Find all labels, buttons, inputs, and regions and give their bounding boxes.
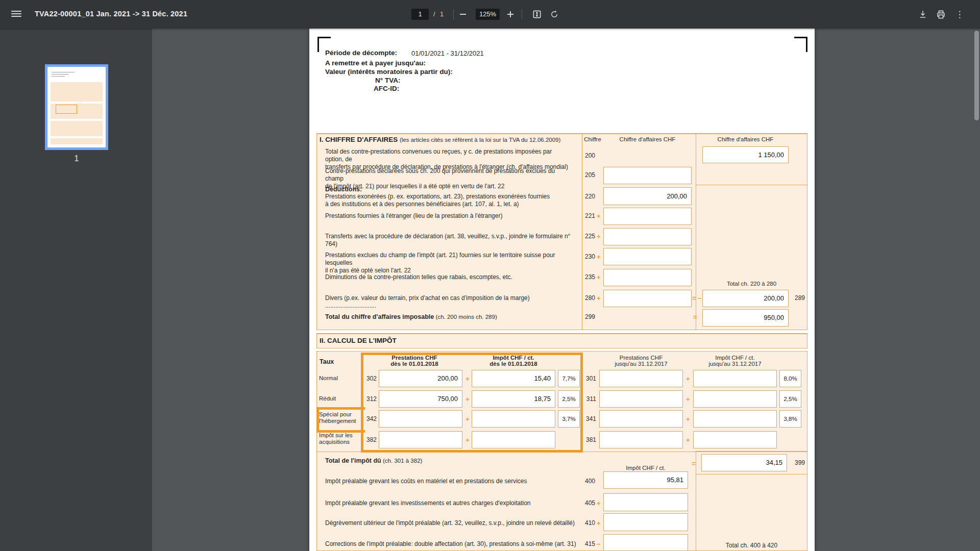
- tva-label: N° TVA:: [375, 77, 400, 84]
- field-382-impot[interactable]: [472, 431, 555, 448]
- print-button[interactable]: [934, 7, 948, 21]
- page-divider: /: [433, 10, 435, 18]
- col-ca: Chiffre d'affaires CHF: [603, 136, 692, 142]
- field-221[interactable]: [603, 208, 692, 225]
- rate-301: 8,0%: [779, 370, 801, 387]
- remettre-label: A remettre et à payer jusqu'au:: [325, 59, 426, 67]
- row-220-line1: Prestations exonérées (p. ex. exportatio…: [325, 193, 550, 200]
- field-200[interactable]: 1 150,00: [702, 146, 789, 163]
- download-icon: [918, 10, 927, 19]
- menu-icon[interactable]: [11, 9, 21, 19]
- row-221-text: Prestations fournies à l'étranger (lieu …: [325, 212, 570, 220]
- thumbnail-page-number: 1: [45, 154, 108, 163]
- special-l2: l'hébergement: [319, 418, 356, 424]
- special-l1: Spécial pour: [319, 411, 352, 417]
- field-381-impot[interactable]: [693, 431, 777, 448]
- zoom-out-button[interactable]: [456, 7, 470, 21]
- field-410[interactable]: [603, 513, 688, 531]
- rate-302: 7,7%: [558, 370, 580, 387]
- field-302-impot[interactable]: 15,40: [472, 370, 555, 387]
- row-230-line2: il n'a pas été opté selon l'art. 22: [325, 267, 411, 274]
- row-205-line1: Contre-prestations déclarées sous ch. 20…: [325, 167, 555, 182]
- deductions-label: Déductions:: [325, 186, 570, 193]
- field-301-impot[interactable]: [693, 370, 777, 387]
- field-205[interactable]: [603, 167, 692, 184]
- acq-l1: Impôt sur les: [319, 432, 353, 438]
- field-342[interactable]: [379, 410, 462, 428]
- row-205-code: 205: [570, 171, 595, 179]
- col-impot-old-l1: Impôt CHF / ct.: [715, 355, 754, 361]
- rotate-button[interactable]: [547, 7, 561, 21]
- field-312[interactable]: 750,00: [379, 390, 462, 408]
- row-221-code: 221: [570, 212, 595, 219]
- field-225[interactable]: [603, 228, 692, 245]
- page-thumbnail[interactable]: [45, 64, 108, 150]
- acq-l2: acquisitions: [319, 439, 350, 445]
- row-220-text: Prestations exonérées (p. ex. exportatio…: [325, 193, 570, 208]
- col-ca-right: Chiffre d'affaires CHF: [702, 136, 789, 142]
- minus-icon: [459, 10, 467, 18]
- row-220-code: 220: [570, 193, 595, 200]
- field-405[interactable]: [603, 493, 688, 511]
- equals-sign: =: [692, 294, 696, 302]
- scrollbar-thumb[interactable]: [974, 31, 979, 120]
- row-225-plus: +: [597, 233, 604, 240]
- valeur-label: Valeur (intérêts moratoires à partir du)…: [325, 68, 453, 76]
- row-299-text: Total du chiffre d'affaires imposable (c…: [325, 313, 591, 321]
- row-415-minus: −: [597, 540, 604, 548]
- pdf-page: Période de décompte: 01/01/2021 - 31/12/…: [309, 29, 815, 551]
- col-impot-new-l1: Impôt CHF / ct.: [467, 355, 560, 361]
- field-382[interactable]: [379, 431, 462, 448]
- field-302[interactable]: 200,00: [379, 370, 462, 387]
- col-prest-new-l1: Prestations CHF: [366, 355, 463, 361]
- col-impot-old-l2: jusqu'au 31.12.2017: [708, 361, 761, 367]
- field-230[interactable]: [603, 248, 692, 265]
- row-230-code: 230: [570, 253, 595, 260]
- fit-page-button[interactable]: [530, 7, 544, 21]
- col-prest-old-l2: jusqu'au 31.12.2017: [615, 361, 667, 367]
- impot-col-label: Impôt CHF / ct.: [603, 465, 688, 471]
- row-400-code: 400: [570, 478, 595, 485]
- download-button[interactable]: [916, 7, 930, 21]
- thumbnail-sidebar: 1: [0, 29, 152, 551]
- more-options-button[interactable]: ⋮: [952, 7, 967, 21]
- field-301[interactable]: [599, 370, 683, 387]
- page-number-input[interactable]: 1: [411, 9, 429, 20]
- page-thumbnail-preview: [47, 67, 106, 147]
- taux-label: Taux: [320, 358, 334, 365]
- field-289[interactable]: 200,00: [702, 290, 789, 307]
- field-400[interactable]: 95,81: [603, 471, 688, 489]
- field-311[interactable]: [599, 390, 683, 408]
- row-235-text: Diminutions de la contre-prestation tell…: [325, 273, 570, 281]
- afc-label: AFC-ID:: [374, 85, 399, 92]
- document-title: TVA22-00001_01 Jan. 2021 -> 31 Déc. 2021: [35, 10, 187, 18]
- row-400-text: Impôt préalable grevant les coûts en mat…: [325, 478, 580, 485]
- field-235[interactable]: [603, 269, 692, 286]
- fit-page-icon: [532, 9, 542, 19]
- field-399[interactable]: 34,15: [701, 454, 787, 471]
- field-342-impot[interactable]: [472, 410, 555, 428]
- field-299[interactable]: 950,00: [702, 309, 789, 327]
- plus-sign: +: [686, 415, 693, 423]
- field-415[interactable]: [603, 534, 688, 551]
- rate-342: 3,7%: [558, 410, 580, 428]
- field-381[interactable]: [599, 431, 683, 448]
- field-311-impot[interactable]: [693, 390, 777, 408]
- row-405-code: 405: [570, 499, 595, 507]
- code-289: 289: [790, 294, 805, 302]
- rate-312: 2,5%: [558, 390, 580, 408]
- zoom-in-button[interactable]: [503, 7, 518, 21]
- row-415-code: 415: [570, 540, 595, 547]
- field-220[interactable]: 200,00: [603, 187, 692, 205]
- field-341-impot[interactable]: [693, 410, 777, 428]
- section1-title: I. CHIFFRE D'AFFAIRES (les articles cité…: [320, 136, 560, 143]
- field-280[interactable]: [603, 290, 692, 307]
- rate-row-normal-label: Normal: [319, 375, 366, 382]
- row-280-text: Divers (p.ex. valeur du terrain, prix d'…: [325, 294, 580, 310]
- field-312-impot[interactable]: 18,75: [472, 390, 555, 408]
- field-341[interactable]: [599, 410, 683, 428]
- total-impot-text: Total de l'impôt dû (ch. 301 à 382): [325, 457, 591, 465]
- row-225-code: 225: [570, 233, 595, 240]
- plus-icon: [506, 10, 514, 18]
- toolbar-separator: [453, 9, 454, 19]
